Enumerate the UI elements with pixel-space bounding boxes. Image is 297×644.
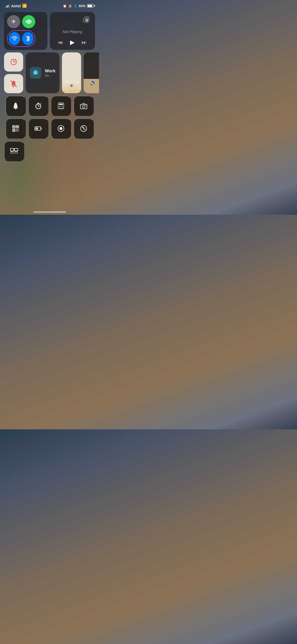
status-right: ⏰ 🔒 👤 82%	[63, 4, 94, 8]
svg-rect-49	[10, 148, 14, 151]
volume-slider[interactable]: 🔈	[84, 52, 99, 93]
svg-point-10	[13, 86, 14, 87]
svg-rect-34	[13, 126, 15, 127]
status-left: Airtel 📶	[5, 4, 27, 8]
svg-rect-44	[41, 128, 42, 129]
work-title: Work	[45, 69, 55, 74]
work-icon	[30, 67, 41, 79]
svg-rect-14	[35, 73, 36, 74]
airplay-button[interactable]	[83, 16, 91, 24]
conn-grid: ✈	[7, 15, 35, 47]
flashlight-button[interactable]	[6, 96, 26, 116]
media-header	[54, 16, 91, 24]
svg-marker-16	[14, 104, 18, 108]
svg-point-27	[59, 108, 60, 109]
control-center: ✈	[0, 10, 99, 166]
svg-rect-36	[17, 126, 18, 127]
svg-rect-13	[34, 70, 37, 72]
svg-rect-50	[14, 148, 18, 151]
svg-line-21	[40, 104, 41, 104]
fast-forward-button[interactable]: ⏭	[82, 40, 87, 45]
qr-scanner-button[interactable]	[6, 118, 26, 139]
svg-rect-40	[18, 129, 19, 130]
person-icon: 👤	[74, 4, 77, 8]
svg-rect-15	[15, 103, 17, 104]
timer-button[interactable]	[28, 96, 48, 116]
screen-rotation-button[interactable]	[4, 52, 23, 72]
svg-point-25	[60, 106, 61, 107]
volume-icon: 🔈	[90, 79, 97, 89]
home-bar	[33, 211, 66, 213]
row-4	[4, 118, 95, 139]
row-2: Work On ☀ 🔈	[4, 52, 95, 93]
alarm-icon: ⏰	[63, 4, 67, 8]
airplane-mode-button[interactable]: ✈	[7, 15, 20, 28]
svg-point-5	[14, 40, 15, 41]
battery-icon	[87, 4, 94, 8]
camera-button[interactable]	[74, 96, 94, 116]
wifi-status-icon: 📶	[22, 4, 27, 8]
svg-point-32	[85, 105, 86, 106]
svg-point-28	[60, 108, 61, 109]
screen-record-button[interactable]	[51, 118, 71, 139]
work-text: Work On	[45, 69, 55, 77]
svg-rect-52	[15, 151, 17, 153]
svg-rect-41	[16, 131, 17, 132]
calculator-button[interactable]	[51, 96, 71, 116]
svg-rect-45	[35, 127, 38, 130]
svg-rect-30	[80, 104, 87, 109]
battery-percent: 82%	[79, 4, 85, 8]
wifi-bluetooth-group	[7, 30, 35, 47]
not-playing-label: Not Playing	[54, 29, 91, 34]
row-5	[4, 141, 95, 161]
rewind-button[interactable]: ⏮	[58, 40, 63, 45]
connectivity-tile: ✈	[4, 12, 47, 50]
bluetooth-button[interactable]	[22, 32, 34, 45]
wifi-button[interactable]	[9, 32, 20, 45]
svg-point-31	[82, 105, 85, 108]
svg-point-24	[59, 106, 60, 107]
svg-rect-23	[59, 104, 63, 105]
brightness-slider[interactable]: ☀	[62, 52, 81, 93]
svg-rect-17	[15, 108, 16, 109]
status-bar: Airtel 📶 ⏰ 🔒 👤 82%	[0, 0, 99, 10]
svg-rect-42	[18, 131, 19, 132]
media-tile: Not Playing ⏮ ▶ ⏭	[50, 12, 95, 50]
play-button[interactable]: ▶	[70, 39, 75, 46]
work-subtitle: On	[45, 74, 55, 77]
cellular-button[interactable]	[22, 15, 35, 28]
signal-icon	[5, 4, 10, 8]
shazam-button[interactable]	[74, 118, 94, 139]
svg-rect-51	[11, 151, 13, 153]
svg-point-47	[59, 127, 62, 130]
svg-rect-38	[13, 130, 15, 131]
brightness-icon: ☀	[69, 83, 74, 89]
svg-rect-39	[16, 129, 17, 130]
svg-point-29	[62, 108, 63, 109]
orientation-lock-icon: 🔒	[68, 4, 72, 8]
media-controls: ⏮ ▶ ⏭	[54, 39, 91, 46]
carrier-label: Airtel	[11, 4, 21, 8]
screen-mirror-button[interactable]	[4, 141, 24, 161]
row-1: ✈	[4, 12, 95, 50]
battery-info-button[interactable]	[28, 118, 48, 139]
svg-point-26	[62, 106, 63, 107]
mute-button[interactable]	[4, 74, 23, 93]
row-3	[4, 96, 95, 116]
work-focus-tile[interactable]: Work On	[26, 52, 59, 93]
